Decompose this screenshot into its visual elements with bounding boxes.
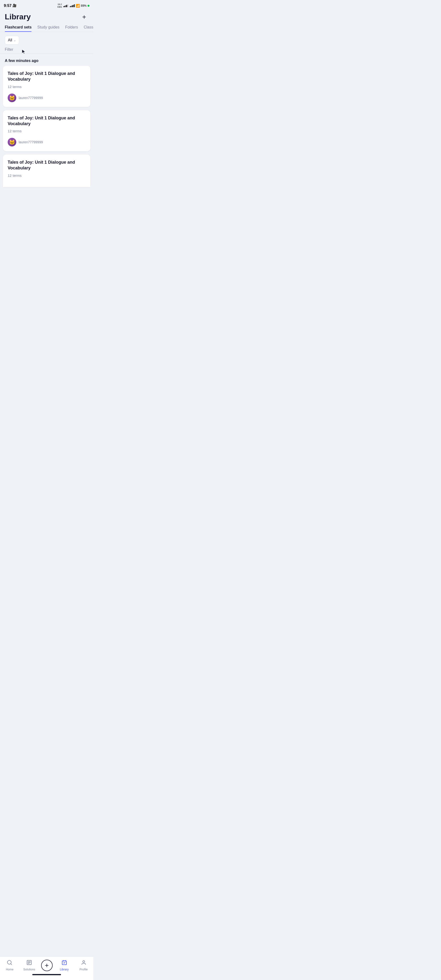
wifi-icon: 📶 (76, 4, 80, 8)
battery-percent: 89% (81, 4, 87, 7)
battery-charging-dot (87, 5, 89, 7)
plus-icon: + (82, 14, 86, 20)
card-terms-2: 12 terms (8, 129, 86, 133)
status-icons: 19.2 KB/s 📶 89% (57, 3, 89, 8)
add-button[interactable]: + (80, 13, 89, 21)
avatar-1: 🐱 (8, 94, 16, 102)
tabs-container: Flashcard sets Study guides Folders Clas… (0, 21, 93, 32)
card-terms-3: 12 terms (8, 173, 86, 178)
cursor (22, 49, 26, 56)
card-title-2: Tales of Joy: Unit 1 Dialogue and Vocabu… (8, 115, 86, 127)
tab-folders[interactable]: Folders (65, 25, 78, 32)
card-terms-1: 12 terms (8, 85, 86, 89)
tab-flashcard-sets[interactable]: Flashcard sets (5, 25, 32, 32)
flashcard-item-1[interactable]: Tales of Joy: Unit 1 Dialogue and Vocabu… (3, 66, 90, 107)
avatar-emoji-1: 🐱 (9, 95, 15, 101)
flashcard-item-3[interactable]: Tales of Joy: Unit 1 Dialogue and Vocabu… (3, 154, 90, 187)
cards-container: Tales of Joy: Unit 1 Dialogue and Vocabu… (0, 66, 93, 151)
card-author-2: 🐱 lauren77799999 (8, 138, 86, 146)
tab-study-guides[interactable]: Study guides (37, 25, 60, 32)
signal-bars-2 (70, 4, 75, 7)
filter-section: Filter (0, 46, 93, 54)
chevron-down-icon: ⌄ (14, 38, 16, 42)
avatar-2: 🐱 (8, 138, 16, 146)
tabs-row: Flashcard sets Study guides Folders Clas… (0, 25, 93, 32)
data-speed: 19.2 KB/s (57, 3, 62, 8)
flashcard-item-2[interactable]: Tales of Joy: Unit 1 Dialogue and Vocabu… (3, 110, 90, 151)
avatar-emoji-2: 🐱 (9, 139, 15, 145)
author-name-1: lauren77799999 (19, 96, 43, 100)
partial-card-wrapper: Tales of Joy: Unit 1 Dialogue and Vocabu… (0, 154, 93, 187)
page-title: Library (5, 13, 31, 21)
camera-icon: 🎥 (13, 3, 16, 8)
author-name-2: lauren77799999 (19, 140, 43, 144)
time-section: A few minutes ago (0, 54, 93, 66)
card-title-1: Tales of Joy: Unit 1 Dialogue and Vocabu… (8, 71, 86, 82)
signal-bars-1 (63, 4, 68, 7)
card-title-3: Tales of Joy: Unit 1 Dialogue and Vocabu… (8, 159, 86, 171)
time-label: A few minutes ago (5, 59, 38, 63)
tab-classes[interactable]: Classes (84, 25, 93, 32)
status-time: 9:57 (4, 3, 11, 8)
filter-dropdown[interactable]: All ⌄ (5, 36, 19, 45)
dropdown-label: All (8, 38, 12, 42)
page-header: Library + (0, 11, 93, 21)
filter-area: All ⌄ (0, 32, 93, 46)
filter-text: Filter (5, 48, 13, 51)
card-author-1: 🐱 lauren77799999 (8, 94, 86, 102)
